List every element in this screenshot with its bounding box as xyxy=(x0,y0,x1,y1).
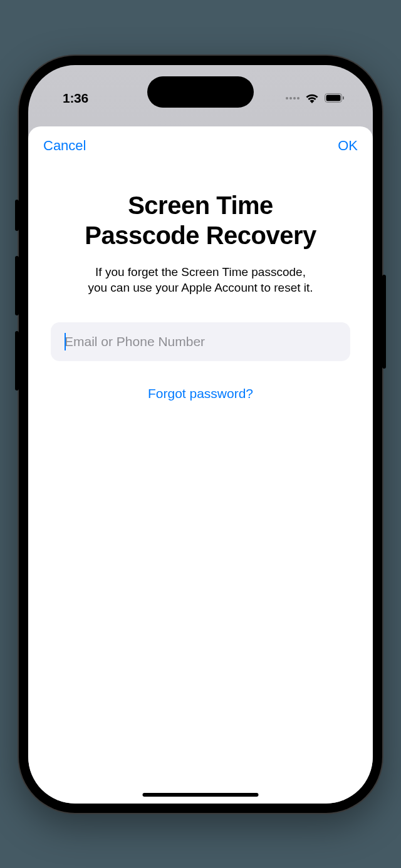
subtitle-line2: you can use your Apple Account to reset … xyxy=(88,281,313,294)
volume-up-button xyxy=(15,256,19,315)
subtitle-line1: If you forget the Screen Time passcode, xyxy=(95,265,306,278)
phone-frame: 1:36 xyxy=(19,56,382,813)
status-time: 1:36 xyxy=(63,79,88,106)
sheet-header: Cancel OK xyxy=(28,126,373,154)
cancel-button[interactable]: Cancel xyxy=(43,138,86,154)
modal-sheet: Cancel OK Screen Time Passcode Recovery … xyxy=(28,126,373,804)
ok-button[interactable]: OK xyxy=(338,138,358,154)
svg-rect-1 xyxy=(326,95,341,101)
silent-switch xyxy=(15,200,19,231)
cellular-icon xyxy=(286,97,299,100)
page-title-line1: Screen Time xyxy=(128,191,273,219)
input-container xyxy=(51,322,350,361)
battery-icon xyxy=(325,93,345,103)
page-subtitle: If you forget the Screen Time passcode, … xyxy=(51,264,350,296)
status-indicators xyxy=(286,82,345,103)
page-title: Screen Time Passcode Recovery xyxy=(51,190,350,250)
forgot-password-link[interactable]: Forgot password? xyxy=(148,386,253,401)
wifi-icon xyxy=(305,93,319,103)
screen: 1:36 xyxy=(28,65,373,804)
content-area: Screen Time Passcode Recovery If you for… xyxy=(28,190,373,401)
home-indicator[interactable] xyxy=(143,793,259,797)
dynamic-island xyxy=(147,76,254,108)
volume-down-button xyxy=(15,331,19,391)
power-button xyxy=(382,275,386,369)
page-title-line2: Passcode Recovery xyxy=(85,222,316,249)
svg-rect-2 xyxy=(343,96,344,100)
email-phone-input[interactable] xyxy=(51,322,350,361)
